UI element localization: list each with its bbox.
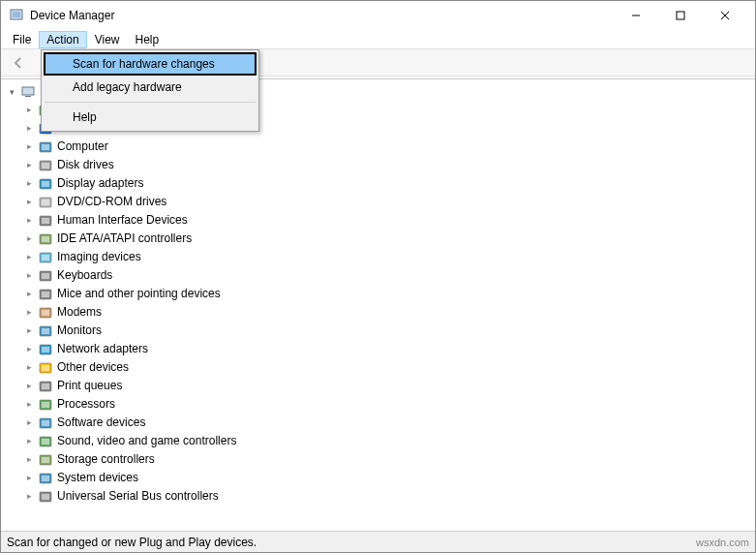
tree-category[interactable]: ▸Mice and other pointing devices <box>3 285 753 303</box>
chevron-right-icon[interactable]: ▸ <box>24 451 34 468</box>
action-menu-dropdown: Scan for hardware changes Add legacy har… <box>41 49 259 132</box>
chevron-right-icon[interactable]: ▸ <box>24 194 34 210</box>
menu-add-legacy[interactable]: Add legacy hardware <box>44 76 257 99</box>
chevron-right-icon[interactable]: ▸ <box>24 341 34 357</box>
statusbar: Scan for changed or new Plug and Play de… <box>1 531 755 552</box>
usb-icon <box>38 489 53 505</box>
chevron-right-icon[interactable]: ▸ <box>24 102 34 118</box>
chevron-right-icon[interactable]: ▸ <box>24 157 34 173</box>
dvd-icon <box>38 195 53 210</box>
maximize-button[interactable] <box>658 1 703 30</box>
svg-rect-3 <box>677 12 684 19</box>
category-label: Sound, video and game controllers <box>57 433 236 449</box>
tree-category[interactable]: ▸Keyboards <box>3 266 753 285</box>
svg-rect-6 <box>22 87 34 95</box>
tree-category[interactable]: ▸Disk drives <box>3 156 753 174</box>
tree-category[interactable]: ▸Universal Serial Bus controllers <box>3 487 753 506</box>
tree-category[interactable]: ▸Processors <box>3 395 753 414</box>
imaging-icon <box>38 250 53 265</box>
svg-rect-17 <box>42 181 49 187</box>
network-icon <box>38 342 53 357</box>
category-label: Computer <box>57 138 108 155</box>
category-label: Keyboards <box>57 267 112 284</box>
svg-rect-39 <box>42 384 49 389</box>
computer-icon <box>38 139 53 155</box>
chevron-right-icon[interactable]: ▸ <box>24 120 34 137</box>
menu-action[interactable]: Action <box>39 31 86 48</box>
tree-category[interactable]: ▸DVD/CD-ROM drives <box>3 193 753 211</box>
tree-category[interactable]: ▸Network adapters <box>3 340 753 358</box>
chevron-right-icon[interactable]: ▸ <box>24 230 34 247</box>
svg-rect-33 <box>42 328 49 334</box>
storage-icon <box>38 452 53 468</box>
svg-rect-13 <box>42 144 49 150</box>
modem-icon <box>38 305 53 321</box>
tree-category[interactable]: ▸IDE ATA/ATAPI controllers <box>3 230 753 248</box>
chevron-right-icon[interactable]: ▸ <box>24 470 34 486</box>
svg-rect-45 <box>42 439 49 445</box>
category-label: Other devices <box>57 359 129 376</box>
tree-category[interactable]: ▸Modems <box>3 303 753 322</box>
tree-category[interactable]: ▸Imaging devices <box>3 248 753 266</box>
category-label: System devices <box>57 470 138 486</box>
category-label: Imaging devices <box>57 249 141 265</box>
chevron-right-icon[interactable]: ▸ <box>24 286 34 302</box>
category-label: Modems <box>57 304 102 321</box>
menu-help-item[interactable]: Help <box>44 106 257 129</box>
chevron-right-icon[interactable]: ▸ <box>24 359 34 376</box>
category-label: Storage controllers <box>57 451 155 468</box>
expand-icon[interactable]: ▾ <box>7 87 16 97</box>
chevron-right-icon[interactable]: ▸ <box>24 138 34 155</box>
chevron-right-icon[interactable]: ▸ <box>24 267 34 284</box>
printer-icon <box>38 379 53 394</box>
tree-category[interactable]: ▸Display adapters <box>3 174 753 193</box>
menu-help[interactable]: Help <box>128 31 167 48</box>
svg-rect-29 <box>42 292 49 297</box>
svg-rect-47 <box>42 457 49 463</box>
back-button[interactable] <box>7 51 30 75</box>
window-controls <box>614 1 747 30</box>
device-tree[interactable]: ▾ ▸Batteries▸Bluetooth▸Computer▸Disk dri… <box>1 78 755 531</box>
chevron-right-icon[interactable]: ▸ <box>24 175 34 192</box>
minimize-button[interactable] <box>614 1 658 30</box>
tree-category[interactable]: ▸Monitors <box>3 322 753 340</box>
processor-icon <box>38 397 53 413</box>
svg-rect-35 <box>42 347 49 353</box>
chevron-right-icon[interactable]: ▸ <box>24 433 34 449</box>
window-title: Device Manager <box>30 9 614 22</box>
tree-category[interactable]: ▸Other devices <box>3 358 753 377</box>
tree-category[interactable]: ▸System devices <box>3 469 753 487</box>
menubar: File Action View Help <box>1 30 755 49</box>
tree-category[interactable]: ▸Software devices <box>3 414 753 432</box>
chevron-right-icon[interactable]: ▸ <box>24 378 34 394</box>
category-label: Software devices <box>57 415 145 431</box>
tree-category[interactable]: ▸Print queues <box>3 377 753 395</box>
close-button[interactable] <box>703 1 747 30</box>
chevron-right-icon[interactable]: ▸ <box>24 249 34 265</box>
svg-rect-19 <box>42 200 49 205</box>
tree-category[interactable]: ▸Human Interface Devices <box>3 211 753 230</box>
chevron-right-icon[interactable]: ▸ <box>24 488 34 505</box>
menu-scan-hardware[interactable]: Scan for hardware changes <box>44 52 257 76</box>
menu-view[interactable]: View <box>87 31 128 48</box>
chevron-right-icon[interactable]: ▸ <box>24 415 34 431</box>
tree-category[interactable]: ▸Sound, video and game controllers <box>3 432 753 450</box>
svg-rect-51 <box>42 494 49 500</box>
chevron-right-icon[interactable]: ▸ <box>24 396 34 413</box>
computer-root-icon <box>20 84 36 100</box>
tree-category-list: ▸Batteries▸Bluetooth▸Computer▸Disk drive… <box>3 101 753 506</box>
chevron-right-icon[interactable]: ▸ <box>24 323 34 339</box>
menu-file[interactable]: File <box>5 31 39 48</box>
chevron-right-icon[interactable]: ▸ <box>24 212 34 229</box>
tree-category[interactable]: ▸Computer <box>3 138 753 156</box>
category-label: Human Interface Devices <box>57 212 188 229</box>
category-label: Network adapters <box>57 341 148 357</box>
category-label: Mice and other pointing devices <box>57 286 221 302</box>
titlebar: Device Manager <box>1 1 755 30</box>
category-label: Monitors <box>57 323 102 339</box>
watermark: wsxdn.com <box>696 537 749 548</box>
tree-category[interactable]: ▸Storage controllers <box>3 450 753 469</box>
chevron-right-icon[interactable]: ▸ <box>24 304 34 321</box>
category-label: IDE ATA/ATAPI controllers <box>57 230 192 247</box>
category-label: Universal Serial Bus controllers <box>57 488 219 505</box>
